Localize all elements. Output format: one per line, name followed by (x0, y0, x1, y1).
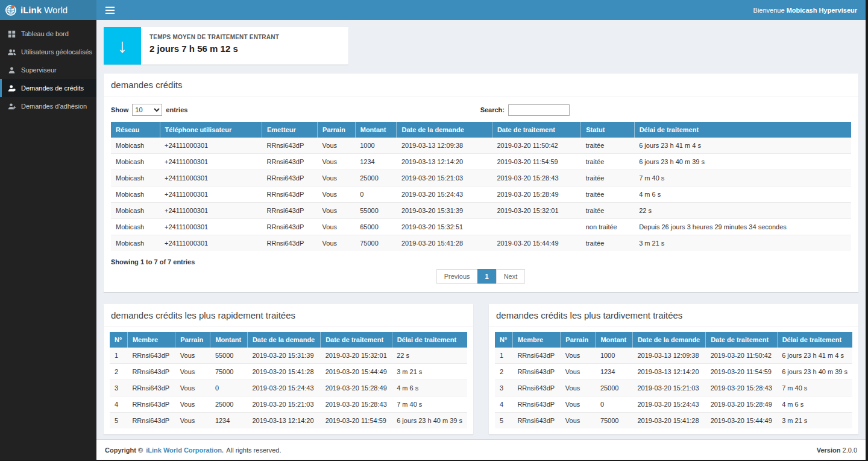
table-cell: Vous (561, 348, 596, 364)
table-cell: traitée (581, 235, 634, 252)
table-row: 4RRnsi643dPVous02019-03-20 15:24:432019-… (495, 396, 852, 413)
table-cell: Mobicash (111, 235, 160, 252)
table-cell: 55000 (210, 348, 248, 364)
column-header[interactable]: Date de la demande (397, 122, 492, 138)
column-header[interactable]: Date de la demande (247, 332, 320, 348)
table-cell: 2019-03-13 12:09:38 (397, 138, 492, 154)
column-header[interactable]: Réseau (111, 122, 160, 138)
column-header[interactable]: N° (495, 332, 512, 348)
column-header[interactable]: Téléphone utilisateur (160, 122, 262, 138)
table-cell: 75000 (355, 235, 397, 252)
dashboard-icon (7, 30, 16, 39)
table-cell: Depuis 26 jours 3 heures 29 minutes 34 s… (634, 219, 851, 235)
sidebar-item-utilisateurs-geolocalises[interactable]: Utilisateurs géolocalisés (0, 43, 96, 61)
column-header[interactable]: Date de traitement (321, 332, 392, 348)
sidebar-item-tableau-de-bord[interactable]: Tableau de bord (0, 25, 96, 43)
table-cell: RRnsi643dP (512, 396, 560, 413)
search-control: Search: (480, 104, 570, 116)
table-cell: +24111000301 (160, 186, 262, 203)
sidebar-item-demandes-adhesion[interactable]: Demandes d'adhésion (0, 97, 96, 115)
column-header[interactable]: Date de traitement (706, 332, 778, 348)
column-header[interactable]: Montant (596, 332, 633, 348)
column-header[interactable]: Parrain (175, 332, 210, 348)
table-cell: 2019-03-20 15:24:43 (397, 186, 492, 203)
column-header[interactable]: Date de la demande (632, 332, 705, 348)
table-cell: 2019-03-20 15:28:43 (492, 170, 580, 186)
column-header[interactable]: Parrain (561, 332, 596, 348)
pagination-previous-button[interactable]: Previous (436, 269, 478, 284)
table-cell: 1000 (596, 348, 633, 364)
widget-value: 2 jours 7 h 56 m 12 s (149, 43, 279, 54)
panel-body: N°MembreParrainMontantDate de la demande… (104, 327, 473, 434)
table-info: Showing 1 to 7 of 7 entries (111, 258, 851, 265)
column-header[interactable]: Montant (210, 332, 248, 348)
column-header[interactable]: Membre (512, 332, 560, 348)
page-length-select[interactable]: 10 (132, 104, 162, 116)
table-cell: 22 s (392, 348, 467, 364)
table-cell: 5 (110, 413, 127, 429)
table-cell: 1000 (355, 138, 397, 154)
table-cell: 6 jours 23 h 40 m 39 s (634, 154, 851, 170)
table-cell: 4 m 6 s (634, 186, 851, 203)
table-cell: RRnsi643dP (512, 348, 560, 364)
column-header[interactable]: Date de traitement (492, 122, 580, 138)
pagination-next-button[interactable]: Next (496, 269, 526, 284)
column-header[interactable]: Délai de traitement (634, 122, 851, 138)
table-cell: 1 (495, 348, 512, 364)
pagination-page-1-button[interactable]: 1 (477, 269, 497, 284)
table-cell: 6 jours 23 h 40 m 39 s (392, 413, 467, 429)
table-cell: RRnsi643dP (262, 170, 318, 186)
table-cell: 2019-03-20 15:24:43 (247, 380, 320, 396)
panel-body: Show 10 entries Search: RéseauTéléphon (104, 97, 858, 292)
sidebar-toggle-icon[interactable] (96, 0, 124, 20)
table-cell: +24111000301 (160, 138, 262, 154)
table-cell: non traitée (581, 219, 634, 235)
table-cell: 4 m 6 s (392, 380, 467, 396)
table-cell: 4 m 6 s (777, 396, 852, 413)
panel-title: demandes crédits (104, 74, 858, 97)
column-header[interactable]: Parrain (318, 122, 356, 138)
table-cell: Mobicash (111, 186, 160, 203)
table-cell: 7 m 40 s (634, 170, 851, 186)
table-cell: 2019-03-20 15:44:49 (321, 364, 392, 380)
credit-requests-panel: demandes crédits Show 10 entries Search: (104, 74, 858, 292)
table-cell: 2019-03-20 15:31:39 (247, 348, 320, 364)
table-cell: RRnsi643dP (262, 154, 318, 170)
table-cell: Vous (175, 348, 210, 364)
brand[interactable]: iLink World (0, 0, 96, 20)
latest-processed-panel: demandes crédits les plus tardivement tr… (489, 304, 858, 434)
table-body: 1RRnsi643dPVous10002019-03-13 12:09:3820… (495, 348, 852, 428)
table-cell: 0 (355, 186, 397, 203)
table-cell: 2019-03-13 12:14:20 (247, 413, 320, 429)
table-head: N°MembreParrainMontantDate de la demande… (495, 332, 852, 348)
table-cell: 3 (495, 380, 512, 396)
table-cell: +24111000301 (160, 203, 262, 219)
search-input[interactable] (508, 104, 570, 116)
table-cell: 2019-03-20 15:44:49 (492, 235, 580, 252)
table-cell: 3 m 21 s (392, 364, 467, 380)
page-length-control: Show 10 entries (111, 104, 187, 116)
column-header[interactable]: Délai de traitement (392, 332, 467, 348)
column-header[interactable]: Statut (581, 122, 634, 138)
table-cell: 2019-03-20 15:28:43 (706, 380, 778, 396)
table-cell: 6 jours 23 h 41 m 4 s (777, 348, 852, 364)
column-header[interactable]: Emetteur (262, 122, 318, 138)
table-cell: Vous (318, 138, 356, 154)
table-cell: 2019-03-20 15:28:49 (492, 186, 580, 203)
table-cell: 2019-03-13 12:14:20 (397, 154, 492, 170)
table-cell: Vous (318, 203, 356, 219)
column-header[interactable]: Montant (355, 122, 397, 138)
table-cell: Vous (175, 380, 210, 396)
table-cell: 2019-03-20 15:44:49 (706, 413, 778, 429)
column-header[interactable]: N° (110, 332, 127, 348)
column-header[interactable]: Membre (127, 332, 175, 348)
table-cell: Vous (318, 154, 356, 170)
table-row: Mobicash+24111000301RRnsi643dPVous123420… (111, 154, 851, 170)
sidebar-item-superviseur[interactable]: Superviseur (0, 61, 96, 79)
table-cell: 2 (110, 364, 127, 380)
top-navbar: Bienvenue Mobicash Hyperviseur (96, 0, 866, 20)
column-header[interactable]: Délai de traitement (777, 332, 852, 348)
sidebar-item-demandes-de-credits[interactable]: Demandes de crédits (0, 79, 96, 97)
company-link[interactable]: iLink World Corporation. (146, 447, 224, 454)
table-cell: 0 (596, 396, 633, 413)
